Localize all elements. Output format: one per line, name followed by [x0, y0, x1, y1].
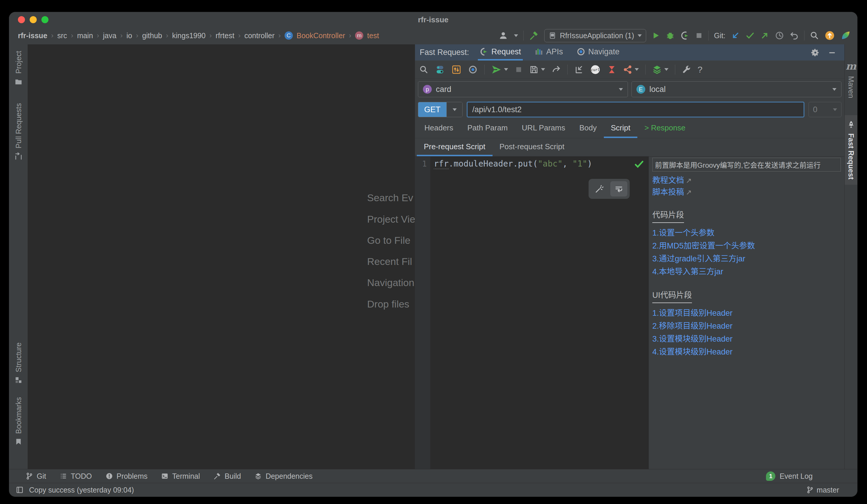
tab-body[interactable]: Body	[572, 119, 603, 138]
search-everywhere-icon[interactable]	[810, 31, 819, 40]
snippet-link-1[interactable]: 1.设置一个头参数	[652, 226, 841, 239]
tool-window-problems[interactable]: Problems	[105, 472, 148, 481]
git-branch-widget[interactable]: master	[806, 486, 839, 494]
send-dropdown-caret-icon[interactable]	[504, 68, 508, 71]
ide-feature-trainer-icon[interactable]	[840, 30, 851, 41]
environment-layers-icon[interactable]	[652, 65, 662, 75]
panel-settings-gear-icon[interactable]	[811, 44, 820, 61]
breadcrumb-item[interactable]: kings1990	[172, 31, 206, 40]
save-dropdown-caret-icon[interactable]	[541, 68, 545, 71]
tool-window-project[interactable]: Project	[9, 51, 28, 86]
bookmark-icon	[15, 438, 22, 446]
breadcrumb-item[interactable]: src	[57, 31, 67, 40]
tool-window-build[interactable]: Build	[214, 472, 241, 481]
toggle-params-icon[interactable]	[435, 65, 445, 75]
breadcrumb-item[interactable]: controller	[244, 31, 275, 40]
environment-select[interactable]: E local	[631, 81, 842, 97]
script-submit-link[interactable]: 脚本投稿	[652, 186, 684, 198]
timeout-hourglass-icon[interactable]	[607, 65, 617, 74]
event-log-button[interactable]: 1 Event Log	[766, 471, 813, 481]
snippet-link-2[interactable]: 2.用MD5加密设置一个头参数	[652, 239, 841, 252]
save-icon[interactable]	[529, 65, 539, 74]
method-caret-icon	[447, 102, 462, 117]
update-available-icon[interactable]	[824, 30, 835, 41]
script-editor[interactable]: 1 rfr.moduleHeader.put("abc", "1")	[415, 157, 649, 469]
ui-snippet-link-4[interactable]: 4.设置模块级别Header	[652, 345, 841, 358]
git-commit-icon[interactable]	[746, 31, 755, 40]
ui-snippet-link-1[interactable]: 1.设置项目级别Header	[652, 307, 841, 320]
global-config-sliders-icon[interactable]	[451, 65, 461, 75]
share-dropdown-caret-icon[interactable]	[635, 68, 639, 71]
breadcrumb-item[interactable]: rfrtest	[216, 31, 234, 40]
search-icon[interactable]	[419, 65, 428, 74]
help-icon[interactable]: ?	[697, 65, 703, 75]
run-configuration-select[interactable]: RfrIssueApplication (1)	[544, 29, 646, 42]
breadcrumb-item[interactable]: github	[142, 31, 162, 40]
tool-window-bookmarks[interactable]: Bookmarks	[9, 397, 28, 446]
redo-icon[interactable]	[552, 65, 561, 74]
curl-icon[interactable]: curl	[590, 64, 601, 75]
layout-icon[interactable]	[15, 486, 24, 494]
tab-request[interactable]: Request	[478, 44, 523, 61]
branch-icon	[806, 486, 814, 494]
soft-wrap-icon[interactable]	[610, 181, 627, 196]
import-icon[interactable]	[574, 65, 584, 74]
tool-window-maven[interactable]: m Maven	[845, 55, 857, 104]
tool-window-fast-request[interactable]: Fast Request	[845, 115, 857, 185]
locate-target-icon[interactable]	[468, 65, 478, 75]
tool-window-git[interactable]: Git	[25, 472, 46, 481]
build-project-icon[interactable]	[529, 31, 539, 41]
tool-window-structure[interactable]: Structure	[9, 342, 28, 384]
snippet-link-4[interactable]: 4.本地导入第三方jar	[652, 265, 841, 278]
breadcrumb-item[interactable]: rfr-issue	[18, 31, 47, 40]
share-icon[interactable]	[623, 65, 632, 74]
breadcrumb-item[interactable]: main	[77, 31, 93, 40]
editor-area[interactable]: Search Ev Project Vie Go to File Recent …	[28, 44, 415, 469]
tool-window-pull-requests[interactable]: Pull Requests	[9, 103, 28, 161]
tab-apis[interactable]: APIs	[533, 44, 565, 61]
url-input[interactable]: /api/v1.0/test2	[467, 101, 804, 117]
send-request-icon[interactable]	[491, 64, 502, 75]
zoom-window-button[interactable]	[41, 16, 49, 23]
ui-snippet-link-2[interactable]: 2.移除项目级别Header	[652, 320, 841, 332]
tab-pre-request-script[interactable]: Pre-request Script	[417, 138, 493, 156]
settings-wrench-icon[interactable]	[682, 65, 691, 74]
tab-response[interactable]: > Response	[637, 119, 692, 138]
project-select[interactable]: p card	[418, 81, 628, 97]
breadcrumb-method[interactable]: test	[367, 31, 379, 40]
reformat-wand-icon[interactable]	[591, 181, 608, 196]
rollback-icon[interactable]	[790, 31, 799, 40]
breadcrumb-item[interactable]: java	[103, 31, 117, 40]
tool-window-terminal[interactable]: Terminal	[161, 472, 200, 481]
stop-button[interactable]	[695, 31, 703, 40]
tutorial-doc-link[interactable]: 教程文档	[652, 174, 684, 186]
tab-path-param[interactable]: Path Param	[460, 119, 515, 138]
tab-script[interactable]: Script	[604, 119, 637, 138]
minimize-window-button[interactable]	[30, 16, 37, 23]
hide-panel-icon[interactable]	[828, 44, 836, 61]
tool-window-todo[interactable]: TODO	[60, 472, 92, 481]
close-window-button[interactable]	[18, 16, 25, 23]
ui-snippet-link-3[interactable]: 3.设置模块级别Header	[652, 332, 841, 345]
method-select[interactable]: GET	[418, 102, 463, 117]
environment-dropdown-caret-icon[interactable]	[664, 68, 668, 71]
tab-url-params[interactable]: URL Params	[515, 119, 572, 138]
tab-headers[interactable]: Headers	[417, 119, 460, 138]
git-push-icon[interactable]	[760, 31, 770, 40]
breadcrumb-item[interactable]: io	[126, 31, 132, 40]
debug-button[interactable]	[665, 31, 675, 40]
port-select[interactable]: 0	[809, 102, 842, 117]
breadcrumb-class[interactable]: BookController	[297, 31, 345, 40]
user-dropdown-caret-icon[interactable]	[514, 34, 518, 37]
tool-window-dependencies[interactable]: Dependencies	[254, 472, 312, 481]
git-update-icon[interactable]	[731, 31, 740, 40]
tab-navigate[interactable]: Navigate	[575, 44, 621, 61]
stop-request-icon[interactable]	[515, 65, 523, 74]
user-account-icon[interactable]	[499, 31, 509, 41]
run-button[interactable]	[651, 31, 660, 40]
run-with-coverage-button[interactable]	[680, 31, 689, 40]
tab-post-request-script[interactable]: Post-request Script	[493, 138, 571, 156]
code-area[interactable]: rfr.moduleHeader.put("abc", "1")	[430, 157, 649, 469]
history-icon[interactable]	[775, 31, 784, 40]
snippet-link-3[interactable]: 3.通过gradle引入第三方jar	[652, 252, 841, 265]
